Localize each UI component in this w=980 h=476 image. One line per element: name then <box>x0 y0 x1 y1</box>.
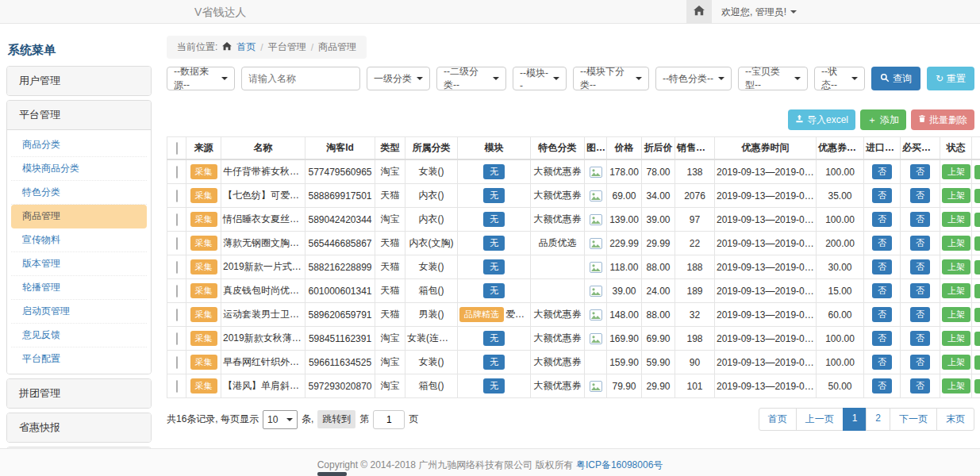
edit-button[interactable] <box>974 379 980 393</box>
select-all-checkbox[interactable] <box>176 142 178 155</box>
source-badge: 采集 <box>190 259 217 274</box>
filter-select[interactable]: --模块-- <box>513 67 567 90</box>
status-toggle[interactable]: 上架 <box>942 259 970 274</box>
import-select-toggle[interactable]: 否 <box>872 307 892 322</box>
edit-button[interactable] <box>974 189 980 203</box>
must-buy-toggle[interactable]: 否 <box>910 331 930 346</box>
reset-button[interactable]: ↻ 重置 <box>927 67 974 90</box>
status-toggle[interactable]: 上架 <box>942 355 970 370</box>
must-buy-toggle[interactable]: 否 <box>910 188 930 203</box>
status-toggle[interactable]: 上架 <box>942 164 970 179</box>
sidebar-group-header[interactable]: 省惠快报 <box>7 413 151 442</box>
page-number-input[interactable] <box>373 410 405 429</box>
row-checkbox[interactable] <box>176 380 178 393</box>
sidebar-item[interactable]: 平台配置 <box>11 347 147 370</box>
row-checkbox[interactable] <box>176 261 178 274</box>
row-checkbox[interactable] <box>176 309 178 321</box>
import-select-toggle[interactable]: 否 <box>872 236 892 251</box>
row-checkbox[interactable] <box>176 356 178 369</box>
icp-link[interactable]: 粤ICP备16098006号 <box>576 459 663 470</box>
must-buy-toggle[interactable]: 否 <box>910 355 930 370</box>
must-buy-toggle[interactable]: 否 <box>910 378 930 393</box>
sidebar-item[interactable]: 特色分类 <box>11 181 147 205</box>
must-buy-toggle[interactable]: 否 <box>910 164 930 179</box>
row-checkbox[interactable] <box>176 166 178 178</box>
edit-button[interactable] <box>974 213 980 227</box>
pager-button[interactable]: 下一页 <box>890 408 937 431</box>
status-toggle[interactable]: 上架 <box>942 212 970 227</box>
row-checkbox[interactable] <box>176 332 178 345</box>
home-button[interactable] <box>686 0 712 24</box>
must-buy-toggle[interactable]: 否 <box>910 307 930 322</box>
breadcrumb-home-link[interactable]: 首页 <box>236 40 256 54</box>
edit-button[interactable] <box>974 355 980 370</box>
category-cell: 女装(连衣裙) <box>405 327 458 351</box>
sidebar-item[interactable]: 版本管理 <box>11 252 147 276</box>
edit-button[interactable] <box>974 236 980 251</box>
must-buy-toggle[interactable]: 否 <box>910 236 930 251</box>
welcome-text: 欢迎您, 管理员! <box>721 6 786 19</box>
filter-select[interactable]: --宝贝类型-- <box>738 67 808 90</box>
pager-button[interactable]: 首页 <box>759 408 797 431</box>
horizontal-scrollbar-thumb[interactable] <box>317 472 347 476</box>
sidebar-item[interactable]: 意见反馈 <box>11 324 147 347</box>
pager-button[interactable]: 末页 <box>936 408 974 431</box>
sidebar-group-header[interactable]: 拼团管理 <box>7 379 151 408</box>
status-toggle[interactable]: 上架 <box>942 378 970 393</box>
edit-button[interactable] <box>974 284 980 298</box>
import-select-toggle[interactable]: 否 <box>872 212 892 227</box>
edit-button[interactable] <box>974 332 980 346</box>
sidebar-group-header[interactable]: 用户管理 <box>7 67 151 95</box>
filter-select[interactable]: 一级分类 <box>367 67 430 90</box>
actions-cell <box>972 232 980 255</box>
status-toggle[interactable]: 上架 <box>942 236 970 251</box>
status-toggle[interactable]: 上架 <box>942 307 970 322</box>
edit-button[interactable] <box>974 308 980 322</box>
name-cell: 【港风】单肩斜跨链条... <box>221 374 306 398</box>
pager-button[interactable]: 2 <box>866 408 890 431</box>
pager-button[interactable]: 上一页 <box>796 408 844 431</box>
filter-select[interactable]: --特色分类-- <box>655 67 732 90</box>
sidebar-item[interactable]: 轮播管理 <box>11 276 147 300</box>
edit-button[interactable] <box>974 260 980 274</box>
sidebar-item[interactable]: 商品分类 <box>11 133 147 157</box>
sidebar-item[interactable]: 启动页管理 <box>11 300 147 324</box>
filter-select[interactable]: --状态-- <box>814 67 865 90</box>
import-select-toggle[interactable]: 否 <box>872 188 892 203</box>
must-buy-toggle[interactable]: 否 <box>910 259 930 274</box>
jump-to-button[interactable]: 跳转到 <box>317 410 355 428</box>
sidebar-item[interactable]: 模块商品分类 <box>11 157 147 181</box>
import-select-toggle[interactable]: 否 <box>872 378 892 393</box>
user-menu[interactable]: 欢迎您, 管理员! <box>712 0 806 24</box>
row-checkbox[interactable] <box>176 237 178 250</box>
import-select-toggle[interactable]: 否 <box>872 355 892 370</box>
search-button[interactable]: 查询 <box>871 67 920 90</box>
sidebar-item[interactable]: 宣传物料 <box>11 228 147 252</box>
sidebar-item[interactable]: 商品管理 <box>11 205 147 228</box>
row-checkbox[interactable] <box>176 285 178 298</box>
must-buy-toggle[interactable]: 否 <box>910 283 930 298</box>
import-select-toggle[interactable]: 否 <box>872 331 892 346</box>
import-select-toggle[interactable]: 否 <box>872 283 892 298</box>
batch-delete-button[interactable]: 批量删除 <box>911 109 974 130</box>
filter-select[interactable]: --二级分类-- <box>436 67 506 90</box>
status-toggle[interactable]: 上架 <box>942 331 970 346</box>
per-page-select[interactable]: 10 <box>263 410 298 429</box>
row-checkbox[interactable] <box>176 213 178 226</box>
must-buy-toggle[interactable]: 否 <box>910 212 930 227</box>
import-select-toggle[interactable]: 否 <box>872 259 892 274</box>
sidebar-group-header[interactable]: 平台管理 <box>7 101 151 129</box>
filter-select[interactable]: --模块下分类-- <box>573 67 649 90</box>
status-toggle[interactable]: 上架 <box>942 188 970 203</box>
filter-select[interactable]: --数据来源-- <box>167 67 235 90</box>
source-cell: 采集 <box>186 351 221 374</box>
status-toggle[interactable]: 上架 <box>942 283 970 298</box>
import-select-toggle[interactable]: 否 <box>872 164 892 179</box>
import-excel-button[interactable]: 导入excel <box>788 109 855 130</box>
row-checkbox[interactable] <box>176 190 178 202</box>
taoke-id-cell: 597293020870 <box>306 374 375 398</box>
edit-button[interactable] <box>974 165 980 179</box>
name-search-input[interactable] <box>241 67 360 90</box>
pager-button[interactable]: 1 <box>843 408 867 431</box>
add-button[interactable]: ＋ 添加 <box>860 109 906 130</box>
